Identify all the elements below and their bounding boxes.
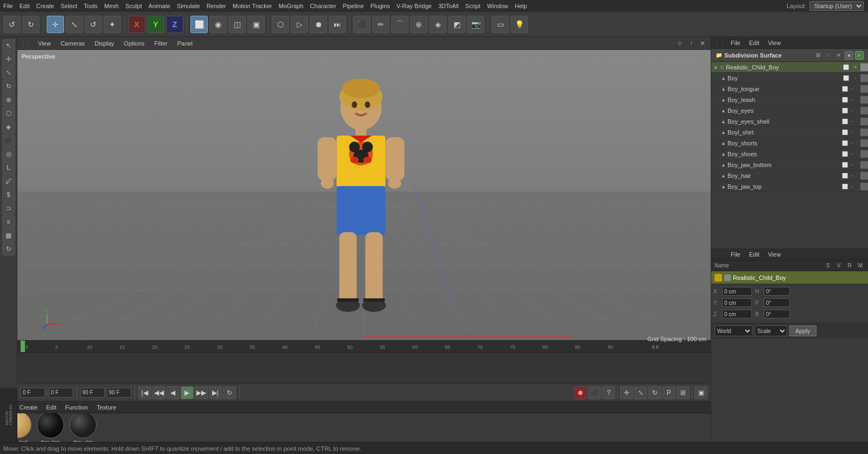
- b-input[interactable]: 0°: [764, 310, 790, 318]
- vp-cameras-menu[interactable]: Cameras: [56, 39, 90, 48]
- tool11-btn[interactable]: 🖊: [2, 175, 15, 188]
- current-frame-input[interactable]: 0 F: [21, 388, 45, 398]
- tree-item-realistic-child-boy[interactable]: ▶ ⊞ Realistic_Child_Boy ⬜ 👁: [711, 62, 868, 73]
- sculpt-menu[interactable]: Sculpt: [122, 2, 145, 10]
- grid-transport-btn[interactable]: ⊞: [676, 386, 690, 399]
- obj-file-menu[interactable]: File: [727, 39, 744, 47]
- mesh-menu[interactable]: Mesh: [101, 2, 122, 10]
- window-menu[interactable]: Window: [484, 2, 512, 10]
- attr-file-menu[interactable]: File: [727, 250, 744, 259]
- record-timeline-btn[interactable]: ⏺: [574, 386, 587, 399]
- mat-texture-menu[interactable]: Texture: [93, 403, 119, 412]
- vp-display-menu[interactable]: Display: [90, 39, 118, 48]
- obj-view-menu[interactable]: View: [765, 39, 784, 47]
- scale-tool-button[interactable]: ⤡: [66, 16, 83, 33]
- viewport[interactable]: ⋮⋮ View Cameras Display Options Filter P…: [17, 37, 711, 346]
- simulate-menu[interactable]: Simulate: [174, 2, 203, 10]
- tree-item-boy-eyes[interactable]: ▲ Boy_eyes ⬜ ▪: [711, 105, 868, 116]
- transform-side-btn[interactable]: ⊕: [2, 93, 15, 106]
- transform-tool-button[interactable]: ✦: [104, 16, 121, 33]
- attr-edit-menu[interactable]: Edit: [746, 250, 763, 259]
- hair-s[interactable]: ⬜: [842, 173, 850, 178]
- tree-item-boy-eyes-shell[interactable]: ▲ Boy_eyes_shell ⬜ ▪: [711, 116, 868, 127]
- scale-transport-btn[interactable]: ⤡: [634, 386, 647, 399]
- tree-item-boy-jaw-top[interactable]: ▲ Boy_jaw_top ⬜ ▪: [711, 181, 868, 192]
- material-swatch-boy-boc[interactable]: Boy_boc: [37, 413, 64, 442]
- move-tool-button[interactable]: ✛: [47, 16, 64, 33]
- tree-item-boy-leash[interactable]: ▲ Boy_leash ⬜ ▪: [711, 94, 868, 105]
- eyes-s[interactable]: ⬜: [842, 108, 850, 113]
- cube-btn[interactable]: ⬛: [353, 16, 371, 33]
- leash-v[interactable]: ▪: [851, 97, 859, 103]
- light-btn[interactable]: 💡: [510, 16, 528, 33]
- vp-view-menu[interactable]: View: [34, 39, 55, 48]
- prev-frame-btn[interactable]: ◀◀: [152, 386, 165, 399]
- end-frame-input[interactable]: 90 F: [80, 388, 105, 398]
- subdiv-check-icon[interactable]: ✓: [855, 51, 864, 60]
- eyes-v[interactable]: ▪: [851, 108, 859, 113]
- material-swatch-boy-clot[interactable]: Boy_clot: [69, 413, 97, 442]
- prev-btn[interactable]: ◀: [167, 386, 180, 399]
- edit-menu[interactable]: Edit: [16, 2, 33, 10]
- shirt-v[interactable]: ▪: [851, 130, 859, 135]
- help-transport-btn[interactable]: ?: [602, 386, 615, 399]
- jaw-bottom-v[interactable]: ▪: [851, 162, 859, 168]
- viewport-layout-icon[interactable]: ↑: [686, 39, 696, 48]
- z-axis-button[interactable]: Z: [166, 16, 183, 33]
- file-menu[interactable]: File: [0, 2, 16, 10]
- go-start-btn[interactable]: |◀: [138, 386, 151, 399]
- mograph-menu[interactable]: MoGraph: [275, 2, 307, 10]
- timeline-content[interactable]: [17, 353, 711, 383]
- vray-menu[interactable]: V-Ray Bridge: [393, 2, 435, 10]
- redo-button[interactable]: ↻: [22, 16, 40, 33]
- y-axis-button[interactable]: Y: [147, 16, 164, 33]
- tree-item-boyl-shirt[interactable]: ▲ Boyl_shirt ⬜ ▪: [711, 127, 868, 138]
- h-input[interactable]: 0°: [764, 287, 790, 296]
- play-btn[interactable]: ▶: [181, 386, 194, 399]
- layout-transport-btn[interactable]: ▣: [694, 386, 707, 399]
- tool15-btn[interactable]: ▦: [2, 229, 15, 242]
- undo-button[interactable]: ↺: [3, 16, 21, 33]
- viewport-close-icon[interactable]: ✕: [698, 39, 707, 48]
- timeline-ruler-bar[interactable]: 0 5 10 15 20 25 30 35 40 45 50 55 60 65 …: [17, 341, 711, 353]
- select-menu[interactable]: Select: [58, 2, 81, 10]
- tools-menu[interactable]: Tools: [80, 2, 101, 10]
- viewport-maximize-icon[interactable]: ⊹: [675, 39, 685, 48]
- tool13-btn[interactable]: ⊃: [2, 202, 15, 215]
- keyframe-btn[interactable]: ⬡: [272, 16, 289, 33]
- edges-mode-button[interactable]: ◫: [228, 16, 246, 33]
- world-select[interactable]: World: [714, 325, 752, 336]
- boy-s[interactable]: ⬜: [842, 75, 850, 81]
- floor-btn[interactable]: ▭: [492, 16, 509, 33]
- shorts-v[interactable]: ▪: [851, 140, 859, 146]
- fast-fwd-btn[interactable]: ▶▶: [195, 386, 208, 399]
- tree-item-boy-shorts[interactable]: ▲ Boy_shorts ⬜ ▪: [711, 138, 868, 149]
- attr-view-menu[interactable]: View: [765, 250, 784, 259]
- motion-tracker-menu[interactable]: Motion Tracker: [229, 2, 276, 10]
- tree-item-boy[interactable]: ▲ Boy ⬜ ▪: [711, 73, 868, 84]
- tool14-btn[interactable]: ≡: [2, 215, 15, 228]
- animate-menu[interactable]: Animate: [145, 2, 173, 10]
- vp-panel-menu[interactable]: Panel: [173, 39, 197, 48]
- curve-btn[interactable]: ⌒: [391, 16, 409, 33]
- tongue-v[interactable]: ▪: [851, 86, 859, 92]
- shoes-s[interactable]: ⬜: [842, 151, 850, 157]
- x-axis-button[interactable]: X: [128, 16, 145, 33]
- mat-function-menu[interactable]: Function: [62, 403, 91, 412]
- subdiv-up-icon[interactable]: ↑: [824, 51, 833, 60]
- pipeline-menu[interactable]: Pipeline: [340, 2, 367, 10]
- eyes-shell-v[interactable]: ▪: [851, 119, 859, 124]
- tool6-btn[interactable]: ⬡: [2, 107, 15, 120]
- boy-v[interactable]: ▪: [851, 75, 859, 81]
- jaw-top-s[interactable]: ⬜: [842, 184, 850, 189]
- scale-select[interactable]: Scale: [755, 325, 787, 336]
- loop-btn[interactable]: ↻: [223, 386, 236, 399]
- fps-input[interactable]: 90 F: [107, 388, 131, 398]
- shirt-s[interactable]: ⬜: [842, 130, 850, 135]
- tree-item-boy-tongue[interactable]: ▲ Boy_tongue ⬜ ▪: [711, 84, 868, 94]
- jaw-bottom-s[interactable]: ⬜: [842, 162, 850, 168]
- vp-options-menu[interactable]: Options: [119, 39, 149, 48]
- character-menu[interactable]: Character: [307, 2, 339, 10]
- rotate-side-btn[interactable]: ↻: [2, 80, 15, 93]
- subdiv-expand-icon[interactable]: ⊞: [814, 51, 822, 60]
